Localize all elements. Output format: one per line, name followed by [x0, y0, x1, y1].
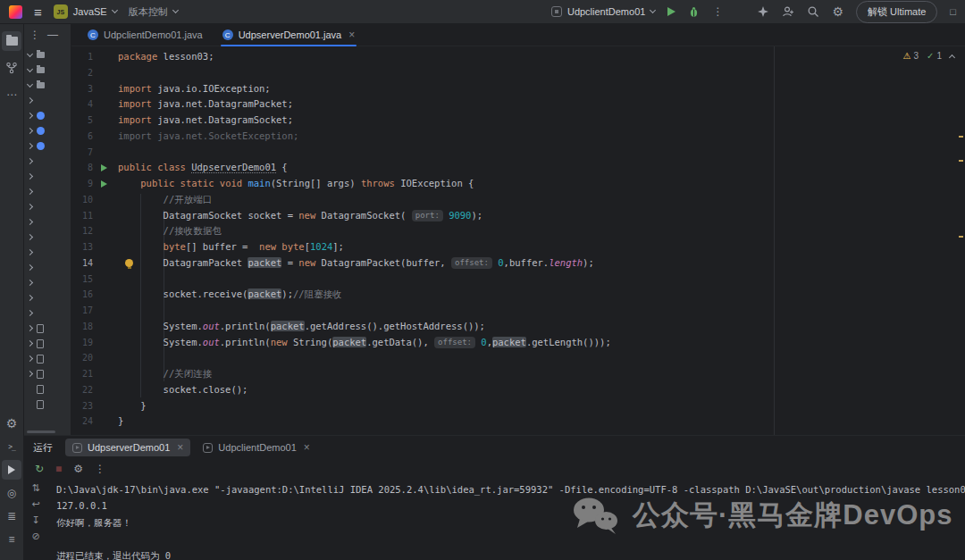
gutter[interactable] — [93, 303, 118, 319]
editor-tab[interactable]: CUdpserverDemo01.java× — [214, 24, 365, 46]
problems-tool-button[interactable]: ≣ — [2, 506, 21, 526]
chevron-right-icon[interactable] — [27, 264, 33, 271]
line-number[interactable]: 23 — [71, 398, 93, 414]
tree-row[interactable] — [24, 336, 71, 351]
code-line[interactable]: 23 } — [71, 398, 965, 414]
line-number[interactable]: 14 — [71, 255, 93, 272]
project-widget[interactable]: JS JavaSE — [54, 4, 117, 19]
code-line[interactable]: 14 DatagramPacket packet = new DatagramP… — [71, 255, 965, 272]
gutter[interactable] — [93, 319, 118, 335]
code-line[interactable]: 8public class UdpserverDemo01 { — [71, 160, 965, 176]
code-line[interactable]: 13 byte[] buffer = new byte[1024]; — [71, 239, 965, 255]
line-number[interactable]: 1 — [71, 49, 93, 65]
settings-tool-button[interactable]: ⚙ — [2, 414, 21, 433]
gutter[interactable] — [93, 287, 118, 303]
chevron-right-icon[interactable] — [27, 325, 33, 331]
chevron-down-icon[interactable] — [27, 80, 33, 87]
tree-row[interactable] — [24, 290, 71, 305]
code-line[interactable]: 17 — [71, 303, 965, 319]
chevron-right-icon[interactable] — [27, 143, 33, 149]
gutter[interactable] — [93, 49, 118, 65]
code-line[interactable]: 11 DatagramSocket socket = new DatagramS… — [71, 208, 965, 224]
services-tool-button[interactable]: ◎ — [2, 483, 21, 503]
gutter[interactable] — [93, 129, 118, 145]
main-menu-icon[interactable]: ≡ — [34, 5, 42, 19]
search-icon[interactable] — [807, 5, 819, 18]
gutter[interactable] — [93, 145, 118, 161]
line-number[interactable]: 20 — [71, 350, 93, 366]
soft-wrap-icon[interactable]: ↩ — [31, 498, 39, 510]
tree-row[interactable] — [24, 184, 71, 199]
gutter[interactable] — [93, 176, 118, 192]
code-line[interactable]: 15 — [71, 272, 965, 288]
code-line[interactable]: 5import java.net.DatagramSocket; — [71, 113, 965, 129]
horizontal-scrollbar[interactable] — [27, 430, 55, 433]
line-number[interactable]: 10 — [71, 192, 93, 208]
scroll-to-end-icon[interactable]: ↧ — [31, 514, 39, 526]
clear-console-icon[interactable]: ⊘ — [31, 531, 39, 542]
gutter[interactable] — [93, 113, 118, 129]
tree-row[interactable] — [24, 260, 71, 275]
line-number[interactable]: 7 — [71, 145, 93, 161]
tree-row[interactable] — [24, 275, 71, 290]
code-line[interactable]: 12 //接收数据包 — [71, 223, 965, 239]
tree-row[interactable] — [24, 321, 71, 336]
gutter[interactable] — [93, 398, 118, 414]
tree-row[interactable] — [24, 78, 71, 93]
line-number[interactable]: 8 — [71, 160, 93, 176]
expand-collapse-icon[interactable]: ⇅ — [31, 482, 39, 494]
chevron-right-icon[interactable] — [27, 295, 33, 301]
line-number[interactable]: 4 — [71, 96, 93, 113]
chevron-right-icon[interactable] — [27, 355, 33, 362]
line-number[interactable]: 15 — [71, 272, 93, 288]
run-tab[interactable]: UdpclientDemo01× — [196, 439, 316, 456]
gutter[interactable] — [93, 223, 118, 239]
warning-stripe-mark[interactable] — [959, 136, 963, 138]
tree-row[interactable] — [24, 397, 71, 412]
code-line[interactable]: 1package lesson03; — [71, 49, 965, 65]
line-number[interactable]: 16 — [71, 287, 93, 303]
line-number[interactable]: 3 — [71, 81, 93, 97]
chevron-right-icon[interactable] — [27, 310, 33, 316]
gutter[interactable] — [93, 239, 118, 255]
more-options-icon[interactable]: ⋮ — [95, 463, 105, 475]
commit-tool-button[interactable] — [2, 58, 21, 78]
tree-row[interactable] — [24, 351, 71, 366]
code-line[interactable]: 6import java.net.SocketException; — [71, 129, 965, 145]
line-number[interactable]: 5 — [71, 113, 93, 129]
tree-row[interactable] — [24, 154, 71, 169]
tree-row[interactable] — [24, 245, 71, 260]
chevron-right-icon[interactable] — [27, 158, 33, 164]
gutter[interactable] — [93, 160, 118, 176]
terminal-tool-button[interactable]: >_ — [2, 437, 21, 456]
run-config-selector[interactable]: UdpclientDemo01 — [551, 6, 655, 17]
ai-assistant-icon[interactable] — [757, 5, 769, 18]
tree-row[interactable] — [24, 47, 71, 63]
line-number[interactable]: 9 — [71, 176, 93, 192]
tree-row[interactable] — [24, 381, 71, 397]
chevron-right-icon[interactable] — [27, 234, 33, 240]
tree-row[interactable] — [24, 63, 71, 78]
code-line[interactable]: 20 — [71, 350, 965, 366]
debug-icon[interactable] — [688, 6, 700, 18]
code-line[interactable]: 22 socket.close(); — [71, 382, 965, 398]
chevron-right-icon[interactable] — [27, 249, 33, 255]
unlock-ultimate-button[interactable]: 解锁 Ultimate — [856, 1, 937, 23]
tree-row[interactable] — [24, 93, 71, 108]
line-number[interactable]: 12 — [71, 223, 93, 239]
warning-stripe-mark[interactable] — [959, 236, 963, 238]
run-button[interactable] — [667, 7, 676, 16]
gutter[interactable] — [93, 350, 118, 366]
tree-row[interactable] — [24, 199, 71, 214]
chevron-right-icon[interactable] — [27, 219, 33, 225]
tree-row[interactable] — [24, 230, 71, 245]
passed-count[interactable]: ✓ 1 — [927, 51, 942, 61]
run-tab[interactable]: UdpserverDemo01× — [65, 439, 190, 456]
code-line[interactable]: 4import java.net.DatagramPacket; — [71, 96, 965, 113]
line-number[interactable]: 13 — [71, 239, 93, 255]
inspections-widget[interactable]: ⚠ 3 ✓ 1 — [903, 51, 954, 61]
chevron-right-icon[interactable] — [27, 97, 33, 104]
chevron-down-icon[interactable] — [27, 50, 33, 56]
code-with-me-icon[interactable] — [782, 5, 794, 18]
gutter[interactable] — [93, 255, 118, 272]
